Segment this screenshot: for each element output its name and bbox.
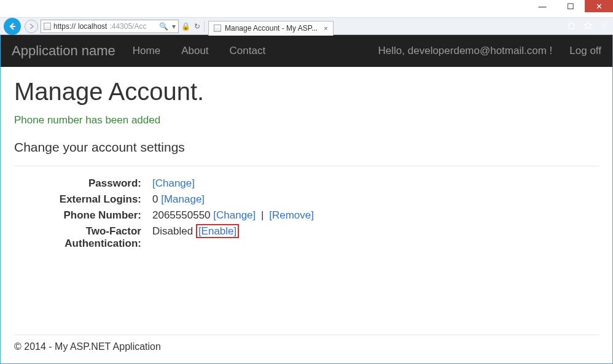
settings-list: Password: [Change] External Logins: 0 [M… xyxy=(14,177,599,250)
arrow-left-icon xyxy=(7,21,17,31)
address-bar[interactable]: https://localhost:44305/Acc 🔍 ▾ xyxy=(41,20,179,33)
search-icon[interactable]: 🔍 xyxy=(159,22,168,31)
enable-highlight: [Enable] xyxy=(196,224,239,238)
label-phone-number: Phone Number: xyxy=(14,209,152,222)
label-external-logins: External Logins: xyxy=(14,193,152,206)
url-host: localhost xyxy=(78,22,107,31)
maximize-button[interactable]: ☐ xyxy=(556,0,585,12)
browser-toolbar: https://localhost:44305/Acc 🔍 ▾ 🔒 ↻ Mana… xyxy=(0,17,613,35)
label-password: Password: xyxy=(14,177,152,190)
dropdown-icon[interactable]: ▾ xyxy=(172,22,176,31)
page-subhead: Change your account settings xyxy=(14,140,599,155)
url-path: :44305/Acc xyxy=(109,22,146,31)
nav-about[interactable]: About xyxy=(181,45,208,57)
link-remove-phone[interactable]: [Remove] xyxy=(269,209,314,221)
link-change-password[interactable]: [Change] xyxy=(152,177,195,189)
link-enable-two-factor[interactable]: [Enable] xyxy=(198,225,236,237)
nav-logoff[interactable]: Log off xyxy=(569,45,601,57)
link-change-phone[interactable]: [Change] xyxy=(213,209,256,221)
nav-home[interactable]: Home xyxy=(133,45,160,57)
arrow-right-icon xyxy=(28,23,34,29)
nav-hello-user[interactable]: Hello, developerdemo@hotmail.com ! xyxy=(378,45,553,57)
minimize-button[interactable]: — xyxy=(528,0,556,12)
lock-icon: 🔒 xyxy=(181,22,190,31)
alert-success: Phone number has been added xyxy=(14,114,599,126)
separator: | xyxy=(261,209,264,221)
tab-title: Manage Account - My ASP... xyxy=(225,24,318,33)
browser-tab[interactable]: Manage Account - My ASP... × xyxy=(208,21,334,36)
link-manage-external[interactable]: [Manage] xyxy=(161,193,205,205)
phone-number-value: 2065550550 xyxy=(152,209,211,221)
two-factor-status: Disabled xyxy=(152,225,193,237)
url-scheme: https:// xyxy=(53,22,76,31)
tab-close-icon[interactable]: × xyxy=(324,25,327,32)
brand[interactable]: Application name xyxy=(12,43,115,59)
divider xyxy=(14,166,599,166)
external-logins-count: 0 xyxy=(152,193,158,205)
nav-contact[interactable]: Contact xyxy=(230,45,266,57)
page-frame: Application name Home About Contact Hell… xyxy=(0,35,613,364)
page-title: Manage Account. xyxy=(14,78,599,106)
favorites-icon[interactable] xyxy=(584,21,593,32)
page-icon xyxy=(214,25,221,32)
back-button[interactable] xyxy=(4,18,21,35)
forward-button[interactable] xyxy=(25,20,38,33)
footer: © 2014 - My ASP.NET Application xyxy=(1,335,612,363)
home-icon[interactable] xyxy=(567,21,576,32)
settings-gear-icon[interactable] xyxy=(600,21,609,32)
page-body: Manage Account. Phone number has been ad… xyxy=(1,67,612,335)
toolbar-separator xyxy=(204,21,205,32)
close-button[interactable]: ✕ xyxy=(585,0,613,12)
svg-point-0 xyxy=(603,24,606,26)
refresh-icon[interactable]: ↻ xyxy=(194,22,200,31)
label-two-factor: Two-Factor Authentication: xyxy=(14,225,152,250)
window-titlebar: — ☐ ✕ xyxy=(0,0,613,17)
navbar: Application name Home About Contact Hell… xyxy=(1,35,612,67)
page-icon xyxy=(44,23,51,30)
